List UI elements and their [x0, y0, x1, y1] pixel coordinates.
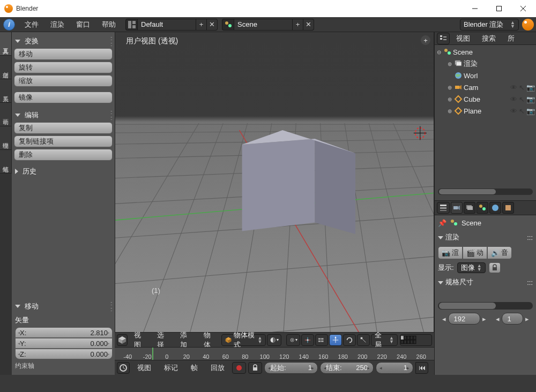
scene-add-button[interactable]: +: [293, 19, 303, 31]
timeline-ruler[interactable]: -40 -20 0 20 40 60 80 100 120 140 160 18…: [115, 347, 434, 360]
close-button[interactable]: [511, 1, 535, 17]
transform-panel-header[interactable]: 变换 ::::::: [14, 34, 113, 48]
rotate-manipulator-button[interactable]: [343, 334, 356, 346]
outliner-item[interactable]: ⊕Cube👁↖📷: [436, 93, 535, 105]
eye-icon[interactable]: 👁: [510, 107, 517, 115]
render-anim-button[interactable]: 🎬动: [463, 246, 487, 259]
next-page-button[interactable]: ▸: [482, 315, 486, 323]
edit-panel-header[interactable]: 编辑 ::::::: [14, 108, 113, 122]
vtab-relations[interactable]: 关系: [0, 79, 12, 103]
menu-window[interactable]: 窗口: [71, 18, 95, 32]
shading-dropdown[interactable]: ▾: [267, 334, 281, 346]
layout-remove-button[interactable]: ✕: [207, 19, 218, 31]
vector-y-field[interactable]: ◂Y:0.000▸: [15, 338, 113, 349]
outliner-menu-search[interactable]: 搜索: [477, 32, 501, 46]
render-audio-button[interactable]: 🔊音: [487, 246, 512, 259]
render-icon[interactable]: 📷: [526, 95, 535, 103]
layout-add-button[interactable]: +: [196, 19, 207, 31]
page-field-2[interactable]: 1: [502, 313, 523, 325]
orientation-dropdown[interactable]: 全局▲▼: [371, 334, 398, 346]
duplicate-button[interactable]: 复制: [14, 122, 113, 134]
rotate-button[interactable]: 旋转: [14, 62, 113, 73]
layout-name[interactable]: Default: [137, 19, 196, 31]
scene-remove-button[interactable]: ✕: [303, 19, 314, 31]
cursor-icon[interactable]: ↖: [519, 107, 525, 115]
prop-tab-world-icon[interactable]: [489, 202, 501, 214]
prop-tab-object-icon[interactable]: [502, 202, 514, 214]
current-frame-field[interactable]: ◂1▸: [376, 362, 413, 374]
scale-manipulator-button[interactable]: [357, 334, 370, 346]
prop-tab-render-icon[interactable]: [451, 202, 463, 214]
render-icon[interactable]: 📷: [526, 84, 535, 92]
expand-icon[interactable]: ⊕: [446, 108, 453, 114]
tl-menu-frame[interactable]: 帧: [185, 361, 203, 375]
cursor-icon[interactable]: ↖: [519, 84, 525, 92]
expand-icon[interactable]: ⊖: [436, 49, 442, 55]
render-image-button[interactable]: 📷渲: [438, 246, 463, 259]
manipulator-toggle[interactable]: [301, 334, 314, 346]
info-icon[interactable]: i: [3, 19, 15, 31]
translate-manipulator-button[interactable]: [329, 334, 342, 346]
scene-selector[interactable]: Scene + ✕: [222, 19, 314, 31]
outliner-menu-all[interactable]: 所: [502, 32, 520, 46]
vtab-tools[interactable]: 工具: [0, 32, 12, 56]
mirror-button[interactable]: 镜像: [14, 92, 113, 103]
outliner-item[interactable]: ⊕Cam👁↖📷: [436, 81, 535, 93]
vtab-animation[interactable]: 动画: [0, 103, 12, 126]
dimensions-panel-header[interactable]: 规格尺寸:::: [438, 276, 533, 288]
display-dropdown[interactable]: 图像▲▼: [457, 262, 486, 273]
cursor-icon[interactable]: ↖: [519, 95, 525, 103]
expand-icon[interactable]: ⊕: [446, 96, 453, 102]
vtab-create[interactable]: 创建: [0, 56, 12, 79]
timeline-editor-type-button[interactable]: [117, 362, 130, 374]
vtab-grease[interactable]: 蜡笔: [0, 150, 12, 174]
outliner-menu-view[interactable]: 视图: [451, 32, 475, 46]
render-panel-header[interactable]: 渲染:::: [438, 231, 533, 243]
scale-button[interactable]: 缩放: [14, 75, 113, 87]
viewport-expand-button[interactable]: +: [421, 35, 430, 45]
tl-menu-playback[interactable]: 回放: [205, 361, 230, 375]
menu-file[interactable]: 文件: [19, 18, 44, 32]
outliner-editor-type-button[interactable]: [437, 33, 450, 44]
minimize-button[interactable]: [463, 1, 487, 17]
vtab-physics[interactable]: 物理: [0, 126, 12, 150]
lock-render-button[interactable]: [489, 262, 501, 273]
auto-keyframe-button[interactable]: [232, 362, 246, 374]
pivot-dropdown[interactable]: ▾: [286, 334, 300, 346]
page-field-1[interactable]: 192: [448, 313, 480, 325]
outliner-item[interactable]: Worl: [436, 70, 535, 81]
delete-button[interactable]: 删除: [14, 149, 113, 161]
lock-button[interactable]: [248, 362, 262, 374]
pin-icon[interactable]: 📌: [438, 219, 446, 227]
properties-editor-type-button[interactable]: [437, 202, 450, 214]
outliner-item[interactable]: ⊕Plane👁↖📷: [436, 105, 535, 117]
vector-z-field[interactable]: ◂Z:0.000▸: [15, 349, 113, 359]
duplicate-linked-button[interactable]: 复制链接项: [14, 135, 113, 147]
render-engine-dropdown[interactable]: Blender 渲染 ▲▼: [460, 19, 519, 31]
properties-scrollbar[interactable]: [438, 302, 533, 310]
eye-icon[interactable]: 👁: [510, 84, 517, 92]
layer-buttons[interactable]: [400, 334, 432, 346]
vector-x-field[interactable]: ◂X:2.810▸: [15, 327, 113, 338]
prev-page-button[interactable]: ◂: [442, 315, 446, 323]
outliner-tree[interactable]: ⊖ Scene ⊕渲染 Worl ⊕Cam👁↖📷 ⊕Cube👁↖📷 ⊕Plane…: [435, 45, 536, 200]
operator-panel-header[interactable]: 移动 ::::::: [14, 299, 113, 313]
prop-tab-layers-icon[interactable]: [464, 202, 475, 214]
tl-menu-view[interactable]: 视图: [132, 361, 157, 375]
jump-start-button[interactable]: ⏮: [415, 362, 428, 374]
maximize-button[interactable]: [487, 1, 511, 17]
layers-button[interactable]: [315, 334, 328, 346]
editor-type-button[interactable]: [117, 334, 128, 346]
menu-help[interactable]: 帮助: [96, 18, 121, 32]
screen-layout-selector[interactable]: Default + ✕: [125, 19, 218, 31]
prop-tab-scene-icon[interactable]: [477, 202, 488, 214]
expand-icon[interactable]: ⊕: [446, 61, 453, 67]
start-frame-field[interactable]: ◂起始:1▸: [264, 362, 318, 374]
outliner-scrollbar[interactable]: [438, 189, 533, 195]
expand-icon[interactable]: ⊕: [446, 85, 453, 91]
3d-viewport[interactable]: 用户视图 (透视) + z y x (1): [115, 32, 434, 332]
outliner-scene-row[interactable]: ⊖ Scene: [436, 46, 535, 58]
tl-menu-marker[interactable]: 标记: [159, 361, 183, 375]
render-icon[interactable]: 📷: [526, 107, 535, 115]
scene-name[interactable]: Scene: [234, 19, 293, 31]
